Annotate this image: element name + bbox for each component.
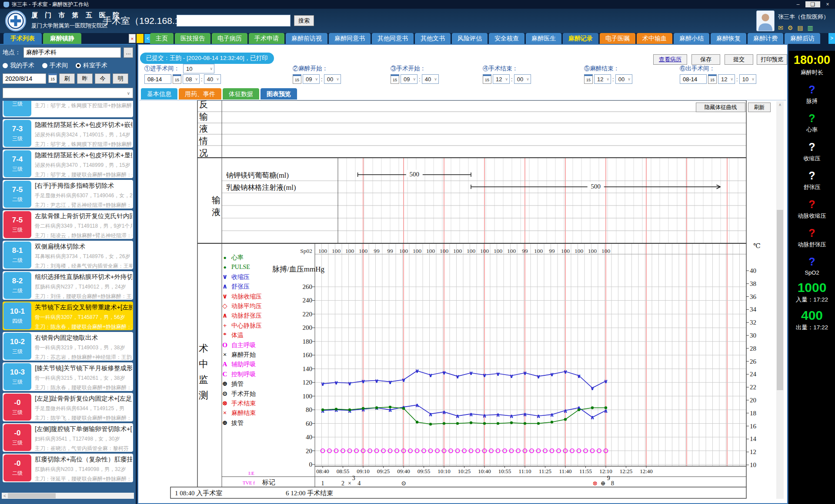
list-item[interactable]: 10-3三级[膝关节镜]关节镜下半月板修整成形术+半骨一科病房3215，T140… — [3, 362, 133, 391]
refresh-day-button[interactable]: 刷 — [59, 73, 75, 84]
close-button[interactable]: × — [820, 1, 835, 7]
yellow-marker-icon[interactable]: ■ — [137, 34, 144, 43]
hour-select[interactable]: 09∨ — [401, 74, 418, 84]
nav-tab-电子医嘱[interactable]: 电子医嘱 — [600, 33, 635, 44]
list-item[interactable]: 7-4三级隐匿性阴茎延长术+包皮环切术+显微镜下泌尿外科病房3470，T1489… — [3, 149, 133, 178]
minimize-button[interactable]: – — [791, 1, 805, 7]
list-item[interactable]: 10-2三级右锁骨内固定物取出术骨一科病房3219，T149003，男，38岁主… — [3, 332, 133, 361]
room-select[interactable]: 10∨ — [183, 64, 214, 73]
subtab-基本信息[interactable]: 基本信息 — [141, 88, 177, 99]
nav-tab-风险评估[interactable]: 风险评估 — [452, 33, 488, 44]
vital-SpO2: ?SpO2 — [789, 255, 835, 276]
radio-dot-icon[interactable] — [3, 63, 8, 68]
radio-dot-icon[interactable] — [42, 63, 47, 68]
radio-手术间[interactable]: 手术间 — [42, 62, 68, 70]
minute-select[interactable]: 00∨ — [324, 74, 341, 84]
list-item[interactable]: -0二级肛瘘切除术+高位（复杂性）肛瘘挂线术肛肠科病房N203，T149098，… — [3, 454, 133, 482]
hour-select[interactable]: 12∨ — [718, 74, 735, 84]
nav-tab-麻醉前访视[interactable]: 麻醉前访视 — [286, 33, 327, 44]
location-input[interactable] — [23, 47, 121, 58]
search-input[interactable] — [177, 15, 291, 27]
minute-select[interactable]: 00∨ — [615, 74, 632, 84]
nav-tab-安全核查[interactable]: 安全核查 — [489, 33, 524, 44]
database-icon[interactable]: ▤ — [797, 24, 803, 31]
tab-surgery-list[interactable]: 手术列表 — [3, 33, 42, 44]
tomorrow-button[interactable]: 明 — [113, 73, 128, 84]
nav-tab-麻醉记录[interactable]: 麻醉记录 — [563, 33, 598, 44]
hour-select[interactable]: 12∨ — [493, 74, 510, 84]
search-button[interactable]: 搜索 — [294, 15, 314, 26]
subtab-用药、事件[interactable]: 用药、事件 — [179, 88, 221, 99]
calendar-icon[interactable]: 15 — [483, 74, 491, 84]
scrollbar-left-arrow-icon[interactable]: < — [2, 494, 8, 498]
nav-tab-手术申请[interactable]: 手术申请 — [249, 33, 284, 44]
list-item[interactable]: -0三级[左足]趾骨骨折复位内固定术+[左足]清创手足显微外科病房6344，T1… — [3, 393, 133, 421]
radio-dot-icon[interactable] — [76, 63, 81, 68]
calendar-icon[interactable]: 15 — [293, 74, 301, 84]
nav-tab-其他文书[interactable]: 其他文书 — [415, 33, 451, 44]
hide-curve-button[interactable]: 隐藏体征曲线 — [696, 103, 745, 112]
nav-tab-麻醉医生[interactable]: 麻醉医生 — [526, 33, 561, 44]
date-input[interactable] — [3, 73, 46, 84]
patient-info: 骨一科病房3207，T145877，男，56岁 — [35, 314, 132, 321]
calendar-icon[interactable]: 15 — [708, 74, 717, 84]
list-item[interactable]: 7-5三级左肱骨髁上骨折切开复位克氏针内固定术骨二科病房3349，T149118… — [3, 210, 133, 239]
nav-tab-麻醉小结[interactable]: 麻醉小结 — [674, 33, 709, 44]
mail-icon[interactable]: ✉ — [778, 24, 783, 31]
subtab-体征数据[interactable]: 体征数据 — [223, 88, 259, 99]
nav-tab-其他同意书[interactable]: 其他同意书 — [372, 33, 414, 44]
nav-tab-麻醉后访[interactable]: 麻醉后访 — [785, 33, 820, 44]
hour-select[interactable]: 08∨ — [183, 74, 200, 84]
radio-科室手术[interactable]: 科室手术 — [76, 62, 107, 70]
save-button[interactable]: 保存 — [691, 54, 720, 65]
yesterday-button[interactable]: 昨 — [77, 73, 93, 84]
stats-icon[interactable]: ▥ — [808, 24, 813, 31]
view-record-button[interactable]: 查看病历 — [653, 54, 687, 65]
tab-anesthesia-sedation[interactable]: 麻醉镇静 — [43, 33, 81, 44]
list-item[interactable]: 7-3三级隐匿性阴茎延长术+包皮环切术+嵌顿包茎泌尿外科病房3424，T1490… — [3, 119, 133, 148]
refresh-chart-button[interactable]: 刷新 — [748, 103, 771, 112]
nav-overflow-button[interactable]: > — [828, 33, 835, 44]
nav-tab-术中输血[interactable]: 术中输血 — [637, 33, 672, 44]
chart-vertical-scrollbar[interactable]: ∧ — [776, 101, 784, 499]
list-item[interactable]: -0三级[左侧]腹腔镜下单侧输卵管切除术+[右侧]妇科病房3541，T12749… — [3, 423, 133, 452]
chart-scrollbar-thumb[interactable] — [777, 210, 783, 390]
filter-combobox[interactable]: ∨ — [3, 88, 133, 98]
list-item[interactable]: 8-1二级双侧扁桃体切除术耳鼻喉科病房3734，T148976，女，26岁主刀：… — [3, 241, 133, 269]
close-tab-icon[interactable]: × — [129, 34, 136, 43]
calendar-icon[interactable]: 15 — [584, 74, 593, 84]
sidebar-horizontal-scrollbar[interactable]: < — [2, 493, 134, 499]
date-value[interactable]: 08-14 — [680, 74, 707, 84]
hour-select[interactable]: 12∨ — [594, 74, 611, 84]
print-preview-button[interactable]: 打印预览 — [757, 54, 787, 65]
minute-select[interactable]: 40∨ — [422, 74, 439, 84]
calendar-icon[interactable]: 15 — [48, 73, 57, 83]
today-button[interactable]: 今 — [95, 73, 110, 84]
nav-tab-麻醉恢复[interactable]: 麻醉恢复 — [711, 33, 746, 44]
scrollbar-up-arrow-icon[interactable]: ∧ — [776, 101, 784, 108]
list-item[interactable]: 10-1四级关节镜下左后交叉韧带重建术+[左膝关节骨一科病房3207，T1458… — [3, 302, 133, 330]
submit-button[interactable]: 提交 — [725, 54, 753, 65]
gear-icon[interactable]: ⚙ — [788, 24, 793, 31]
hour-select[interactable]: 09∨ — [303, 74, 320, 84]
list-item[interactable]: 7-5二级[右手]手拇指多指畸形切除术手足显微外科病房6307，T149046，… — [3, 180, 133, 209]
subtab-图表预览[interactable]: 图表预览 — [261, 88, 297, 99]
nav-tab-医技报告[interactable]: 医技报告 — [175, 33, 210, 44]
minute-select[interactable]: 00∨ — [514, 74, 531, 84]
calendar-icon[interactable]: 15 — [173, 74, 181, 84]
minute-select[interactable]: 40∨ — [204, 74, 221, 84]
nav-tab-主页[interactable]: 主页 — [150, 33, 174, 44]
list-item[interactable]: 8-2二级组织选择性直肠粘膜环切术+外痔切除术肛肠科病房N237，T149012… — [3, 271, 133, 300]
date-value[interactable]: 08-14 — [144, 74, 171, 84]
scrollbar-thumb[interactable] — [8, 493, 56, 498]
list-item[interactable]: 三级泌尿外科病房3409，何子皓，T149000，男，12岁主刀：邬宇龙，蛛网膜… — [3, 101, 133, 117]
calendar-icon[interactable]: 15 — [391, 74, 399, 84]
minute-select[interactable]: 10∨ — [739, 74, 756, 84]
maximize-button[interactable]: ❑ — [805, 1, 820, 7]
nav-tab-麻醉计费[interactable]: 麻醉计费 — [748, 33, 783, 44]
nav-tab-电子病历[interactable]: 电子病历 — [212, 33, 247, 44]
nav-tab-麻醉同意书[interactable]: 麻醉同意书 — [329, 33, 371, 44]
svg-text:100: 100 — [574, 248, 584, 254]
location-more-button[interactable]: … — [124, 47, 133, 58]
radio-我的手术[interactable]: 我的手术 — [3, 62, 34, 70]
